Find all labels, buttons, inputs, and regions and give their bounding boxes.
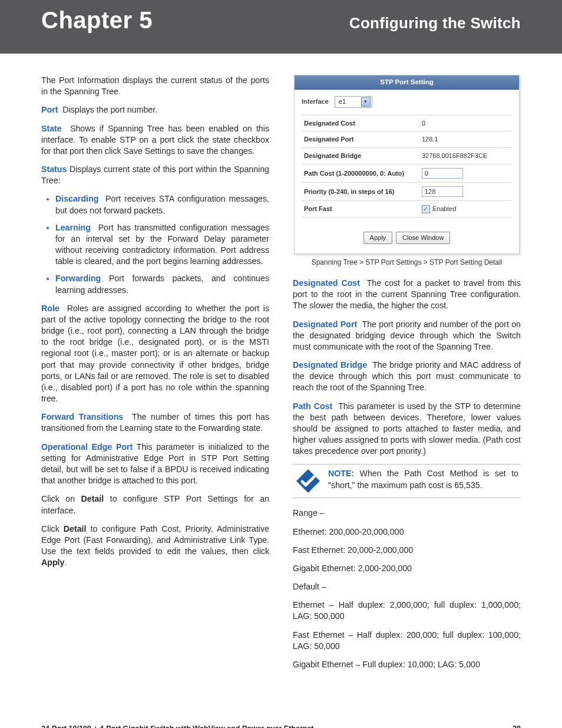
term-learning: Learning	[55, 223, 91, 232]
note-text: NOTE: When the Path Cost Method is set t…	[328, 468, 518, 490]
dialog-caption: Spanning Tree > STP Port Settings > STP …	[293, 258, 521, 267]
default-gigabit: Gigabit Ethernet – Full duplex: 10,000; …	[293, 659, 521, 670]
dialog-body: Interface e1 ▾ Designated Cost 0 Designa…	[295, 90, 519, 253]
right-column: STP Port Setting Interface e1 ▾ Designat…	[293, 75, 521, 677]
term-designated-bridge: Designated Bridge	[293, 360, 367, 370]
path-cost-para: Path Cost This parameter is used by the …	[293, 401, 521, 457]
designated-port-para: Designated Port The port priority and nu…	[293, 319, 521, 353]
check-icon: ✓	[422, 205, 430, 213]
term-forwarding: Forwarding	[55, 274, 101, 283]
range-label: Range –	[293, 508, 521, 519]
label-priority: Priority (0-240, in steps of 16)	[302, 183, 419, 201]
default-fast-ethernet: Fast Ethernet – Half duplex: 200,000; fu…	[293, 630, 521, 652]
note-check-icon	[295, 468, 321, 494]
close-window-button[interactable]: Close Window	[396, 232, 450, 244]
bullet-discarding: Discarding Port receives STA configurati…	[55, 193, 269, 216]
settings-table: Designated Cost 0 Designated Port 128.1 …	[302, 115, 512, 218]
stp-port-setting-dialog: STP Port Setting Interface e1 ▾ Designat…	[294, 75, 520, 254]
designated-cost-para: Designated Cost The cost for a packet to…	[293, 278, 521, 312]
page-header: Chapter 5 Configuring the Switch	[0, 0, 562, 54]
chapter-title: Chapter 5	[41, 7, 153, 34]
role-text: Roles are assigned according to whether …	[41, 304, 269, 403]
designated-bridge-para: Designated Bridge The bridge priority an…	[293, 360, 521, 394]
content-columns: The Port Information displays the curren…	[0, 54, 562, 683]
range-fast-ethernet: Fast Ethernet: 20,000-2,000,000	[293, 545, 521, 556]
row-designated-bridge: Designated Bridge 32768.0016F882F3CE	[302, 148, 512, 164]
label-port-fast: Port Fast	[302, 201, 419, 218]
state-text: Shows if Spanning Tree has been enabled …	[41, 124, 269, 156]
term-role: Role	[41, 304, 59, 313]
dialog-buttons: Apply Close Window	[302, 218, 512, 250]
label-designated-cost: Designated Cost	[302, 115, 419, 131]
interface-value: e1	[339, 97, 346, 106]
label-designated-bridge: Designated Bridge	[302, 148, 419, 164]
chevron-down-icon[interactable]: ▾	[361, 97, 371, 107]
bullet-learning: Learning Port has transmitted configurat…	[55, 222, 269, 268]
status-para: Status Displays current state of this po…	[41, 164, 269, 186]
label-path-cost: Path Cost (1-200000000, 0: Auto)	[302, 164, 419, 183]
click-detail-1: Click on Detail to configure STP Port Se…	[41, 493, 269, 516]
input-priority[interactable]: 128	[422, 186, 463, 197]
input-path-cost[interactable]: 0	[422, 168, 463, 179]
dialog-title: STP Port Setting	[295, 75, 519, 90]
row-port-fast: Port Fast ✓ Enabled	[302, 201, 512, 218]
term-port: Port	[41, 105, 58, 114]
term-oper-edge: Operational Edge Port	[41, 442, 133, 452]
row-path-cost: Path Cost (1-200000000, 0: Auto) 0	[302, 164, 512, 183]
term-forward-transitions: Forward Transitions	[41, 412, 123, 421]
state-para: State Shows if Spanning Tree has been en…	[41, 123, 269, 157]
term-status: Status	[41, 164, 67, 174]
chapter-subtitle: Configuring the Switch	[349, 14, 521, 32]
checkbox-port-fast[interactable]: ✓ Enabled	[422, 205, 456, 213]
value-designated-bridge: 32768.0016F882F3CE	[419, 148, 512, 164]
value-designated-cost: 0	[419, 115, 512, 131]
term-discarding: Discarding	[55, 194, 98, 203]
oper-edge-para: Operational Edge Port This parameter is …	[41, 442, 269, 487]
footer-product-name: 24-Port 10/100 + 4-Port Gigabit Switch w…	[41, 724, 314, 728]
role-para: Role Roles are assigned according to whe…	[41, 303, 269, 405]
footer-page-number: 38	[513, 724, 521, 728]
note-box: NOTE: When the Path Cost Method is set t…	[293, 464, 521, 498]
row-designated-port: Designated Port 128.1	[302, 131, 512, 148]
port-para: Port Displays the port number.	[41, 104, 269, 116]
default-ethernet: Ethernet – Half duplex: 2,000,000; full …	[293, 599, 521, 622]
row-designated-cost: Designated Cost 0	[302, 115, 512, 131]
checkbox-label: Enabled	[432, 205, 456, 213]
bullet-forwarding: Forwarding Port forwards packets, and co…	[55, 273, 269, 295]
term-path-cost: Path Cost	[293, 401, 332, 411]
interface-label: Interface	[302, 97, 329, 106]
status-text: Displays current state of this port with…	[41, 164, 269, 185]
apply-bold: Apply	[41, 558, 64, 567]
interface-select[interactable]: e1 ▾	[335, 96, 372, 108]
click-detail-2: Click Detail to configure Path Cost, Pri…	[41, 523, 269, 569]
intro-text: The Port Information displays the curren…	[41, 75, 269, 97]
range-ethernet: Ethernet: 200,000-20,000,000	[293, 526, 521, 538]
value-designated-port: 128.1	[419, 131, 512, 148]
detail-bold-2: Detail	[64, 524, 87, 533]
label-designated-port: Designated Port	[302, 131, 419, 148]
term-designated-port: Designated Port	[293, 319, 357, 329]
page-footer: 24-Port 10/100 + 4-Port Gigabit Switch w…	[0, 707, 562, 728]
forward-transitions-para: Forward Transitions The number of times …	[41, 411, 269, 434]
range-gigabit: Gigabit Ethernet: 2,000-200,000	[293, 563, 521, 574]
apply-button[interactable]: Apply	[363, 232, 393, 244]
status-bullets: Discarding Port receives STA configurati…	[41, 193, 269, 295]
note-body: When the Path Cost Method is set to "sho…	[328, 469, 518, 489]
term-designated-cost: Designated Cost	[293, 278, 360, 288]
default-label: Default –	[293, 581, 521, 592]
port-text: Displays the port number.	[62, 105, 157, 114]
term-state: State	[41, 124, 62, 133]
interface-row: Interface e1 ▾	[302, 96, 512, 108]
note-label: NOTE:	[328, 469, 354, 478]
left-column: The Port Information displays the curren…	[41, 75, 269, 677]
detail-bold-1: Detail	[81, 494, 104, 503]
row-priority: Priority (0-240, in steps of 16) 128	[302, 183, 512, 201]
